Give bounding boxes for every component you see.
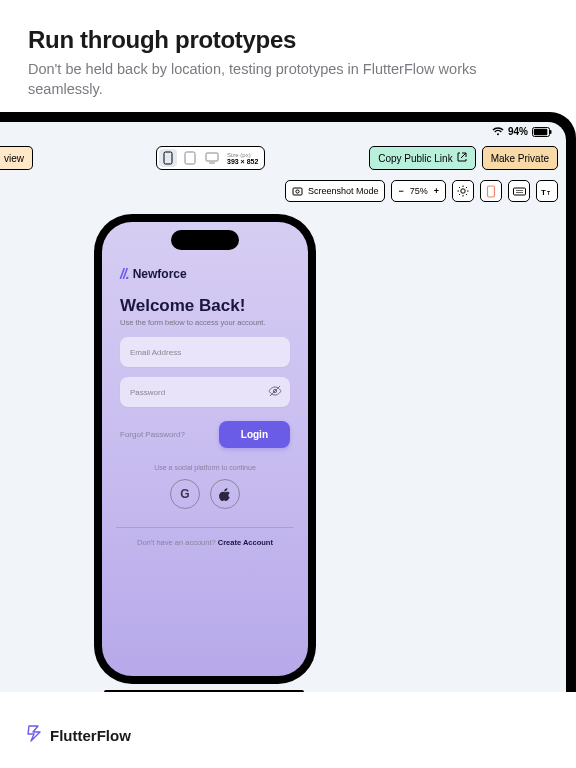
email-placeholder: Email Address (130, 348, 181, 357)
no-account-text: Don't have an account? (137, 538, 218, 547)
social-label: Use a social platform to continue (120, 464, 290, 471)
flutterflow-logo-icon (26, 724, 44, 746)
svg-line-16 (459, 194, 460, 195)
apple-login-button[interactable] (210, 479, 240, 509)
footer-brand: FlutterFlow (26, 724, 131, 746)
svg-point-9 (461, 189, 465, 193)
page-subtitle: Don't be held back by location, testing … (28, 60, 528, 99)
make-private-button[interactable]: Make Private (482, 146, 558, 170)
svg-line-14 (459, 187, 460, 188)
battery-icon (532, 127, 552, 137)
device-desktop-icon[interactable] (203, 149, 221, 167)
zoom-in-button[interactable]: + (434, 186, 439, 196)
screenshot-icon (292, 185, 304, 197)
tablet-bezel: 94% view Size (px) 393 × 852 (0, 112, 576, 692)
phone-notch (171, 230, 239, 250)
brand-name: Newforce (133, 267, 187, 281)
external-link-icon (457, 152, 467, 164)
google-login-button[interactable]: G (170, 479, 200, 509)
login-button[interactable]: Login (219, 421, 290, 448)
zoom-value: 75% (410, 186, 428, 196)
svg-line-17 (466, 187, 467, 188)
create-account-link[interactable]: Create Account (218, 538, 273, 547)
orientation-icon[interactable] (480, 180, 502, 202)
device-size-group: Size (px) 393 × 852 (156, 146, 265, 170)
forgot-password-link[interactable]: Forgot Password? (120, 430, 185, 439)
device-tablet-icon[interactable] (181, 149, 199, 167)
text-size-icon[interactable]: TT (536, 180, 558, 202)
svg-rect-18 (488, 186, 495, 197)
welcome-subtitle: Use the form below to access your accoun… (120, 318, 290, 327)
phone-mockup: //. Newforce Welcome Back! Use the form … (94, 214, 316, 684)
svg-rect-19 (513, 188, 525, 195)
zoom-out-button[interactable]: − (398, 186, 403, 196)
password-field[interactable]: Password (120, 377, 290, 407)
screenshot-mode-chip[interactable]: Screenshot Mode (285, 180, 386, 202)
svg-rect-5 (206, 153, 218, 161)
create-account-row: Don't have an account? Create Account (120, 538, 290, 547)
svg-rect-1 (534, 128, 548, 134)
password-placeholder: Password (130, 388, 165, 397)
view-button[interactable]: view (0, 146, 33, 170)
screenshot-mode-label: Screenshot Mode (308, 186, 379, 196)
eye-off-icon[interactable] (268, 385, 282, 399)
svg-point-8 (296, 189, 299, 192)
battery-percent: 94% (508, 126, 528, 137)
tablet-screen: 94% view Size (px) 393 × 852 (0, 122, 566, 692)
copy-public-link-button[interactable]: Copy Public Link (369, 146, 475, 170)
status-bar: 94% (492, 126, 552, 137)
svg-rect-7 (293, 188, 302, 195)
phone-shadow (104, 690, 304, 692)
wifi-icon (492, 127, 504, 136)
svg-text:T: T (547, 190, 550, 196)
svg-rect-4 (185, 152, 195, 164)
svg-rect-2 (550, 130, 552, 134)
svg-rect-3 (164, 152, 172, 164)
page-title: Run through prototypes (28, 26, 548, 54)
keyboard-icon[interactable] (508, 180, 530, 202)
footer-brand-name: FlutterFlow (50, 727, 131, 744)
app-brand: //. Newforce (120, 266, 290, 282)
welcome-title: Welcome Back! (120, 296, 290, 316)
brightness-icon[interactable] (452, 180, 474, 202)
svg-text:T: T (541, 188, 546, 197)
zoom-control: − 75% + (391, 180, 446, 202)
divider (116, 527, 294, 528)
phone-screen: //. Newforce Welcome Back! Use the form … (102, 222, 308, 676)
size-value: 393 × 852 (227, 158, 258, 165)
brand-logo-icon: //. (120, 266, 129, 282)
email-field[interactable]: Email Address (120, 337, 290, 367)
device-phone-icon[interactable] (159, 149, 177, 167)
svg-line-15 (466, 194, 467, 195)
copy-public-link-label: Copy Public Link (378, 153, 452, 164)
